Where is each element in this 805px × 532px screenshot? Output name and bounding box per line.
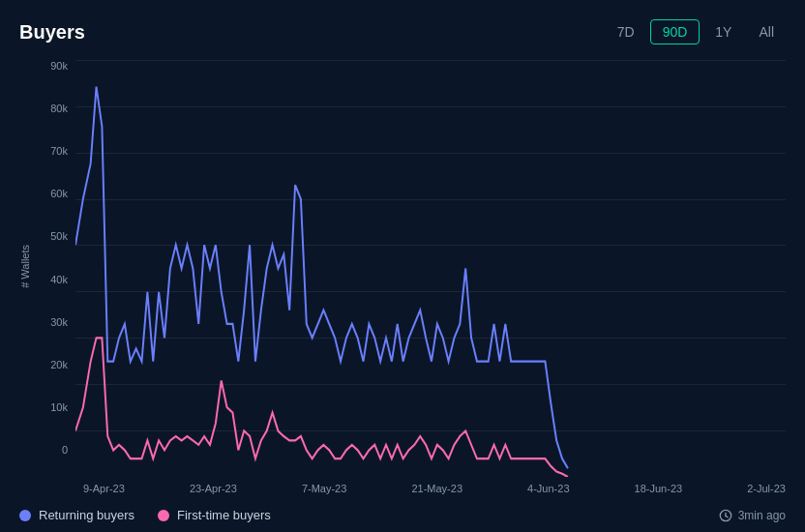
filter-7d[interactable]: 7D [606, 20, 646, 44]
legend-returning: Returning buyers [19, 508, 134, 522]
filter-90d[interactable]: 90D [650, 19, 701, 44]
x-tick: 4-Jun-23 [527, 483, 569, 494]
y-tick: 0 [62, 444, 68, 456]
y-tick: 40k [50, 274, 68, 285]
legend-label-firsttime: First-time buyers [177, 508, 271, 522]
page-title: Buyers [19, 21, 85, 44]
legend-dot-firsttime [158, 510, 169, 521]
x-tick: 7-May-23 [302, 483, 346, 494]
legend-firsttime: First-time buyers [158, 508, 271, 522]
x-tick: 9-Apr-23 [83, 483, 125, 494]
svg-line-2 [726, 516, 728, 517]
y-tick: 50k [50, 230, 68, 242]
timestamp-label: 3min ago [738, 509, 786, 522]
time-filter-group: 7D 90D 1Y All [606, 19, 786, 44]
chart-plot [75, 60, 786, 477]
timestamp: 3min ago [719, 509, 786, 522]
x-axis: 9-Apr-23 23-Apr-23 7-May-23 21-May-23 4-… [35, 477, 786, 494]
y-tick: 30k [50, 316, 68, 328]
clock-icon [719, 509, 732, 522]
x-tick: 18-Jun-23 [635, 483, 683, 494]
x-tick: 2-Jul-23 [747, 483, 786, 494]
y-tick: 70k [50, 145, 68, 157]
legend-dot-returning [19, 510, 31, 521]
legend-label-returning: Returning buyers [39, 508, 134, 522]
y-axis-label: # Wallets [19, 245, 31, 288]
y-tick: 60k [50, 188, 68, 199]
filter-1y[interactable]: 1Y [703, 20, 743, 44]
chart-svg [75, 60, 786, 477]
x-tick: 21-May-23 [411, 483, 462, 494]
y-tick: 20k [50, 359, 68, 370]
y-tick: 10k [50, 401, 68, 413]
x-tick: 23-Apr-23 [190, 483, 237, 494]
y-tick: 90k [50, 60, 68, 72]
legend: Returning buyers First-time buyers 3min … [19, 504, 786, 522]
y-axis: 90k 80k 70k 60k 50k 40k 30k 20k 10k 0 [35, 60, 75, 477]
y-tick: 80k [50, 103, 68, 114]
filter-all[interactable]: All [747, 20, 786, 44]
